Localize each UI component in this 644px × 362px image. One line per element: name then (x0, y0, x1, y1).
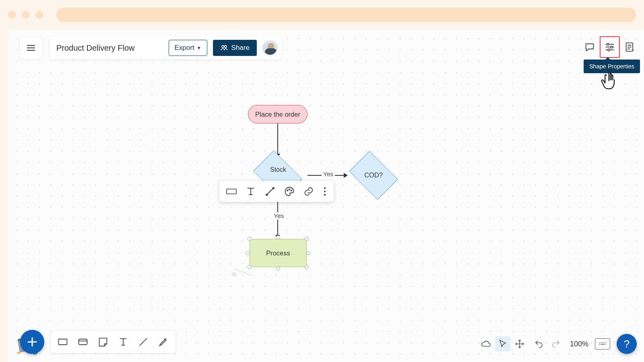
svg-point-3 (611, 46, 613, 48)
share-label: Share (231, 44, 250, 52)
help-button[interactable]: ? (617, 334, 637, 354)
export-button[interactable]: Export ▼ (169, 40, 207, 56)
svg-rect-15 (59, 339, 67, 345)
bottom-left-toolbar (20, 330, 175, 354)
traffic-light (35, 11, 43, 19)
selection-handle[interactable] (276, 267, 280, 271)
selection-handle[interactable] (276, 235, 280, 239)
selection-handle[interactable] (305, 237, 309, 241)
app-frame: Product Delivery Flow Export ▼ Share Sha… (8, 30, 644, 362)
rectangle-icon (57, 336, 68, 348)
bottom-right-toolbar: 100% ? (478, 334, 637, 354)
line-icon (138, 336, 149, 348)
node-label: Place the order (255, 111, 300, 118)
sync-status-button[interactable] (478, 336, 493, 352)
title-card: Product Delivery Flow Export ▼ Share (49, 36, 283, 60)
container-icon (77, 336, 89, 348)
tooltip-text: Shape Properties (589, 63, 634, 70)
svg-point-10 (289, 189, 290, 190)
node-label: COD? (343, 171, 404, 179)
notes-button[interactable] (620, 36, 640, 58)
redo-button[interactable] (548, 336, 564, 352)
comments-button[interactable] (580, 36, 600, 58)
selection-handle[interactable] (246, 251, 250, 255)
share-button[interactable]: Share (213, 40, 257, 56)
ctx-more-button[interactable] (319, 183, 330, 200)
nav-tool-group (478, 336, 527, 352)
sliders-icon (604, 41, 615, 53)
svg-point-4 (608, 49, 610, 51)
traffic-light (22, 11, 30, 19)
link-indicator-dot[interactable] (233, 273, 236, 276)
plus-icon (26, 336, 38, 348)
undo-button[interactable] (531, 336, 547, 352)
undo-icon (534, 339, 544, 349)
top-toolbar: Product Delivery Flow Export ▼ Share (19, 36, 283, 60)
rectangle-icon (226, 186, 237, 197)
note-edit-icon (624, 41, 636, 53)
more-vertical-icon (319, 186, 330, 197)
chat-icon (584, 41, 595, 53)
node-process[interactable]: Process (250, 239, 307, 267)
node-label: Stock (248, 166, 308, 173)
quick-shape-panel (51, 331, 175, 353)
keyboard-icon (595, 338, 610, 350)
user-avatar[interactable] (262, 40, 278, 56)
node-label: Process (266, 249, 290, 257)
connector[interactable] (277, 123, 278, 155)
tool-text[interactable] (114, 332, 132, 352)
ctx-connector-button[interactable] (261, 183, 279, 200)
svg-point-14 (324, 194, 326, 195)
add-shape-button[interactable] (20, 330, 44, 354)
svg-point-11 (291, 190, 292, 191)
zoom-level[interactable]: 100% (568, 340, 591, 348)
cursor-icon (498, 339, 508, 349)
svg-point-9 (287, 190, 288, 191)
pan-tool-button[interactable] (512, 336, 527, 352)
top-right-tools (580, 36, 640, 58)
selection-handle[interactable] (305, 265, 309, 269)
tool-rectangle[interactable] (54, 332, 72, 352)
shape-properties-button[interactable] (600, 36, 620, 58)
connector-icon (264, 186, 276, 197)
tool-highlighter[interactable] (155, 332, 172, 352)
cloud-icon (481, 339, 491, 349)
selection-handle[interactable] (248, 265, 252, 269)
ctx-link-button[interactable] (300, 183, 318, 200)
node-terminator-start[interactable]: Place the order (248, 105, 308, 123)
menu-button[interactable] (19, 36, 43, 60)
history-group (531, 336, 564, 352)
traffic-light (8, 11, 16, 19)
cursor-hand-graphic (599, 69, 621, 94)
edge-label[interactable]: Yes (272, 212, 285, 220)
svg-point-1 (224, 45, 226, 47)
pointer-tool-button[interactable] (495, 336, 510, 352)
keyboard-shortcuts-button[interactable] (595, 336, 610, 352)
selection-handle[interactable] (306, 251, 310, 255)
caret-down-icon: ▼ (197, 45, 201, 50)
context-toolbar (219, 181, 334, 202)
highlighter-icon (158, 336, 169, 348)
text-icon (245, 186, 256, 197)
people-icon (220, 44, 228, 52)
tool-note[interactable] (94, 332, 112, 352)
palette-icon (284, 186, 295, 197)
sticky-note-icon (97, 336, 109, 348)
text-icon (118, 336, 129, 348)
ctx-style-button[interactable] (281, 183, 298, 200)
move-icon (515, 339, 524, 349)
selection-handle[interactable] (248, 237, 252, 241)
edge-label[interactable]: Yes (322, 171, 335, 178)
document-title[interactable]: Product Delivery Flow (56, 43, 135, 53)
ctx-shape-button[interactable] (223, 183, 240, 200)
link-indicator[interactable] (235, 269, 252, 276)
traffic-lights (8, 11, 43, 19)
help-label: ? (624, 338, 630, 350)
browser-chrome (0, 0, 644, 30)
url-bar[interactable] (56, 8, 636, 22)
tool-container[interactable] (74, 332, 92, 352)
svg-point-13 (324, 191, 326, 192)
redo-icon (551, 339, 561, 349)
tool-line[interactable] (134, 332, 152, 352)
ctx-text-button[interactable] (242, 183, 260, 200)
